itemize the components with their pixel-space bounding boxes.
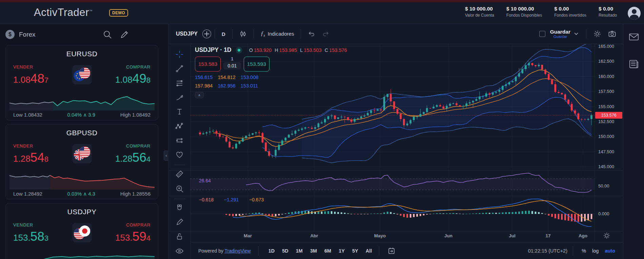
buy-price-button[interactable]: 153.593 — [244, 57, 269, 72]
auto-scale-button[interactable]: auto — [605, 248, 615, 254]
sidebar-collapse-chevron[interactable]: ‹ — [164, 151, 169, 161]
chart-legend: USDJPY · 1D O153.920 H153.985 L153.503 C… — [195, 46, 347, 98]
indicator-values-row1: 156.615 154.812 153.008 — [195, 75, 347, 80]
fx-icon: ƒx — [261, 30, 265, 37]
clock[interactable]: 01:22:15 (UTC+2) — [528, 248, 567, 254]
range-button-all[interactable]: All — [366, 248, 372, 254]
quantity-stepper[interactable]: 1 0.01 — [222, 57, 242, 69]
flag-icon — [79, 67, 90, 79]
watchlist-sidebar: $ Forex EURUSD VENDER 1.08487 COMPRAR 1.… — [0, 24, 168, 259]
stat-available-funds: $ 10 000.00 Fondos Disponibles — [506, 6, 542, 18]
buy-button[interactable]: COMPRAR 153.594 — [115, 222, 150, 244]
news-icon[interactable] — [628, 59, 639, 69]
low-value: Low 1.08432 — [13, 112, 42, 118]
legend-symbol-interval[interactable]: USDJPY · 1D — [195, 46, 232, 54]
ohlc-readout: O153.920 H153.985 L153.503 C153.576 — [249, 47, 347, 53]
range-button-3m[interactable]: 3M — [310, 248, 317, 254]
time-axis-label[interactable]: Mayo — [374, 233, 386, 238]
chart-type-candles-icon[interactable] — [236, 30, 250, 38]
buy-button[interactable]: COMPRAR 1.08498 — [115, 64, 150, 86]
macd-value: −0.673 — [249, 197, 264, 202]
sparkline — [9, 173, 155, 190]
indicators-button[interactable]: ƒx Indicadores — [257, 30, 298, 37]
settings-gear-icon[interactable] — [590, 30, 605, 38]
forex-coin-icon: $ — [5, 30, 15, 39]
macd-value: −0.618 — [199, 197, 214, 202]
time-axis-label[interactable]: Jun — [444, 233, 452, 238]
flag-icon — [79, 146, 90, 158]
demo-alert-strip — [0, 0, 644, 2]
market-open-dot — [236, 47, 242, 54]
watchlist-title: Forex — [19, 31, 36, 38]
stat-result: $ 0.00 Resultado — [599, 6, 617, 18]
redo-icon[interactable] — [319, 30, 333, 38]
instrument-card-gbpusd[interactable]: GBPUSD VENDER 1.28548 COMPRAR 1.28564 Lo… — [5, 124, 158, 199]
search-icon[interactable] — [102, 29, 113, 40]
stat-account-value: $ 10 000.00 Valor de Cuenta — [465, 6, 494, 18]
percent-scale-button[interactable]: % — [582, 248, 586, 254]
sparkline — [9, 252, 155, 259]
instrument-symbol: GBPUSD — [6, 124, 158, 137]
tradingview-link[interactable]: TradingView — [225, 248, 251, 254]
instrument-range-row: Low 1.28492 0.03% ∧ 4.3 High 1.28556 — [13, 191, 150, 197]
sell-button[interactable]: VENDER 153.583 — [13, 222, 48, 244]
indicator-values-row2: 157.984 162.956 153.011 — [195, 83, 347, 88]
time-axis-label[interactable]: Jul — [509, 233, 516, 238]
instrument-flags — [72, 223, 92, 242]
edit-watchlist-icon[interactable] — [119, 29, 129, 40]
account-stats: $ 10 000.00 Valor de Cuenta $ 10 000.00 … — [465, 6, 617, 18]
range-button-6m[interactable]: 6M — [324, 248, 331, 254]
snapshot-camera-icon[interactable] — [605, 30, 620, 38]
save-checkbox[interactable] — [539, 31, 545, 37]
demo-badge: DEMO — [109, 9, 128, 17]
change-and-spread: 0.03% ∧ 4.3 — [67, 191, 95, 197]
macd-value: −1.291 — [224, 197, 239, 202]
timezone-sun-icon[interactable] — [604, 233, 610, 239]
stat-invested-funds: $ 0.00 Fondos invertidos — [554, 6, 586, 18]
time-axis-label[interactable]: 17 — [545, 233, 550, 238]
chart-toolbar: USDJPY D ƒx Indicadores Guardar Guardar — [168, 24, 623, 44]
range-button-5y[interactable]: 5Y — [352, 248, 358, 254]
instrument-flags — [72, 65, 92, 84]
compare-add-icon[interactable] — [202, 29, 211, 38]
range-button-1y[interactable]: 1Y — [339, 248, 345, 254]
high-value: High 1.28556 — [120, 191, 150, 197]
time-axis-label[interactable]: Mar — [244, 233, 252, 238]
user-avatar[interactable] — [628, 7, 641, 20]
go-to-date-icon[interactable] — [384, 247, 399, 255]
sparkline — [9, 94, 155, 111]
chart-pane: USDJPY D ƒx Indicadores Guardar Guardar — [168, 24, 623, 259]
watchlist-header: $ Forex — [0, 24, 168, 45]
instrument-card-usdjpy[interactable]: USDJPY VENDER 153.583 COMPRAR 153.594 — [5, 203, 158, 259]
sell-price-button[interactable]: 153.583 — [195, 57, 221, 72]
flag-icon — [79, 225, 90, 237]
range-button-5d[interactable]: 5D — [282, 248, 288, 254]
low-value: Low 1.28492 — [13, 191, 42, 197]
mail-icon[interactable] — [628, 32, 639, 42]
eye-icon[interactable] — [173, 245, 186, 257]
instrument-card-eurusd[interactable]: EURUSD VENDER 1.08487 COMPRAR 1.08498 Lo… — [5, 45, 158, 120]
buy-button[interactable]: COMPRAR 1.28564 — [115, 143, 150, 165]
change-and-spread: 0.04% ∧ 3.9 — [67, 112, 95, 118]
chart-footer-toolbar: Powered by TradingView 1D5D1M3M6M1Y5YAll… — [191, 242, 623, 259]
high-value: High 1.08492 — [120, 112, 150, 118]
save-chevron-down-icon[interactable] — [574, 31, 579, 37]
range-button-1d[interactable]: 1D — [268, 248, 275, 254]
powered-by: Powered by TradingView — [198, 248, 251, 254]
sell-button[interactable]: VENDER 1.28548 — [13, 143, 48, 165]
undo-icon[interactable] — [304, 30, 319, 38]
save-button[interactable]: Guardar Guardar — [550, 29, 570, 39]
top-bar: ActivTrader™ DEMO $ 10 000.00 Valor de C… — [0, 2, 644, 24]
time-axis-label[interactable]: Ago — [579, 233, 587, 238]
sell-button[interactable]: VENDER 1.08487 — [13, 64, 48, 86]
oscillator-value: 26.64 — [199, 178, 211, 183]
legend-collapse-button[interactable]: ∧ — [195, 92, 204, 98]
time-axis-label[interactable]: Abr — [310, 233, 318, 238]
log-scale-button[interactable]: log — [592, 248, 599, 254]
chart-symbol-button[interactable]: USDJPY — [171, 31, 202, 37]
instrument-flags — [72, 144, 92, 163]
interval-button[interactable]: D — [218, 31, 229, 37]
instrument-symbol: EURUSD — [6, 45, 158, 58]
range-button-1m[interactable]: 1M — [296, 248, 303, 254]
timeframe-buttons: 1D5D1M3M6M1Y5YAll — [265, 248, 376, 254]
